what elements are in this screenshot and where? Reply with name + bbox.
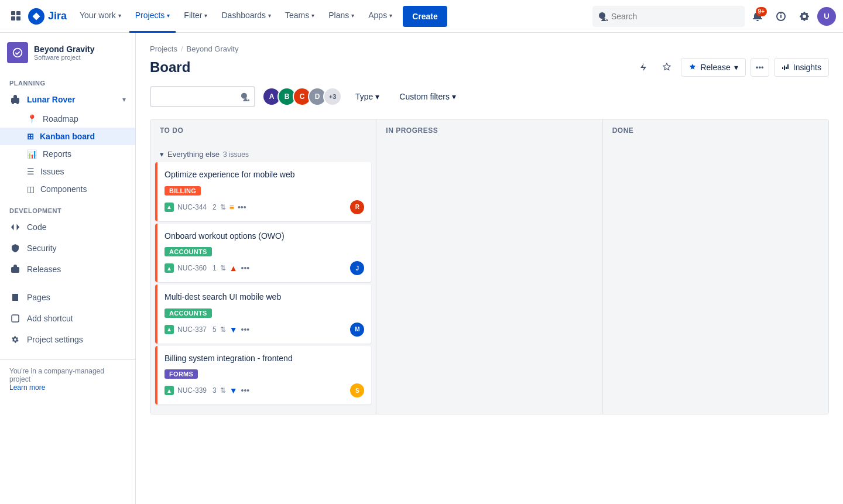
issue-type-icon: ▲ [165,263,174,273]
nav-plans[interactable]: Plans ▾ [323,0,360,33]
project-info: Beyond Gravity Software project [34,44,128,61]
release-button[interactable]: Release ▾ [681,58,745,77]
lunar-rover-label: Lunar Rover [27,95,75,104]
nav-your-work[interactable]: Your work ▾ [74,0,127,33]
sidebar-item-lunar-rover[interactable]: Lunar Rover ▾ [0,89,135,110]
nav-dashboards[interactable]: Dashboards ▾ [215,0,277,33]
reports-icon: 📊 [27,149,37,159]
issue-card-nuc-360[interactable]: Onboard workout options (OWO) ACCOUNTS ▲… [155,224,371,283]
column-todo-body: ▾ Everything else 3 issues Optimize expe… [150,142,376,414]
issue-title: Onboard workout options (OWO) [165,231,364,242]
insights-button[interactable]: Insights [774,58,829,77]
issue-tag: ACCOUNTS [165,247,212,256]
issue-footer: ▲ NUC-339 3 ⇅ ▼ ••• S [165,383,364,397]
sidebar-item-pages[interactable]: Pages [0,287,135,308]
issue-key: NUC-344 [177,203,207,211]
board-title: Board [150,59,190,76]
help-button[interactable] [770,6,791,27]
sidebar-item-reports[interactable]: 📊 Reports [0,145,135,163]
top-navigation: Jira Your work ▾ Projects ▾ Filter ▾ Das… [0,0,843,33]
breadcrumb-project-name[interactable]: Beyond Gravity [187,44,239,53]
user-avatar[interactable]: U [817,7,836,26]
epic-name: Everything else [167,150,220,159]
custom-filters-button[interactable]: Custom filters ▾ [393,86,462,107]
issue-avatar: S [350,383,364,397]
issue-card-nuc-337[interactable]: Multi-dest search UI mobile web ACCOUNTS… [155,284,371,344]
board-filters: A B C D +3 Type ▾ Custom filters ▾ [150,86,829,107]
column-todo: TO DO ▾ Everything else 3 issues Optimiz… [150,119,376,414]
priority-icon: ▼ [229,386,238,395]
issue-title: Optimize experience for mobile web [165,169,364,181]
planning-label: PLANNING [0,70,135,89]
svg-rect-8 [11,267,19,273]
project-icon [7,42,28,63]
issues-icon: ☰ [27,167,35,176]
search-box[interactable] [592,6,745,27]
column-inprogress-header: IN PROGRESS [376,119,602,142]
avatar-more[interactable]: +3 [323,87,342,106]
lightning-button[interactable] [634,58,653,77]
app-layout: Beyond Gravity Software project PLANNING… [0,33,843,504]
more-actions-icon[interactable]: ••• [241,263,250,273]
release-label: Release [700,63,730,72]
code-label: Code [27,222,46,232]
sidebar-item-project-settings[interactable]: Project settings [0,329,135,350]
search-input[interactable] [611,12,739,21]
sidebar-item-issues[interactable]: ☰ Issues [0,163,135,180]
sidebar-item-releases[interactable]: Releases [0,259,135,280]
board-search[interactable] [150,86,255,107]
more-options-button[interactable]: ••• [751,58,769,77]
nav-apps[interactable]: Apps ▾ [362,0,398,33]
create-button[interactable]: Create [403,6,447,27]
issue-card-nuc-339[interactable]: Billing system integration - frontend FO… [155,346,371,405]
issue-title: Billing system integration - frontend [165,353,364,365]
child-count: 5 [213,325,217,334]
sidebar-project-header[interactable]: Beyond Gravity Software project [0,33,135,70]
epic-chevron-icon: ▾ [160,150,164,159]
assignee-filter[interactable]: A B C D +3 [262,87,342,106]
child-count: 1 [213,264,217,272]
epic-header[interactable]: ▾ Everything else 3 issues [155,146,371,162]
nav-filter[interactable]: Filter ▾ [178,0,213,33]
more-actions-icon[interactable]: ••• [241,386,250,395]
board-columns: TO DO ▾ Everything else 3 issues Optimiz… [150,119,829,414]
add-shortcut-icon [9,313,21,324]
sidebar: Beyond Gravity Software project PLANNING… [0,33,136,504]
development-label: DEVELOPMENT [0,198,135,217]
type-filter-button[interactable]: Type ▾ [349,86,386,107]
board-search-input[interactable] [156,92,241,101]
column-done-header: DONE [603,119,828,142]
sidebar-item-add-shortcut[interactable]: Add shortcut [0,308,135,329]
nav-teams[interactable]: Teams ▾ [279,0,320,33]
issue-type-icon: ▲ [165,386,174,395]
sidebar-item-components[interactable]: ◫ Components [0,180,135,198]
lunar-rover-icon [9,94,21,105]
jira-logo[interactable]: Jira [28,8,67,25]
svg-rect-1 [11,16,15,20]
notifications-button[interactable]: 9+ [747,6,768,27]
issue-footer: ▲ NUC-337 5 ⇅ ▼ ••• M [165,323,364,337]
issue-avatar: J [350,261,364,275]
issue-card-nuc-344[interactable]: Optimize experience for mobile web BILLI… [155,162,371,221]
child-count: 3 [213,386,217,395]
sidebar-item-kanban[interactable]: ⊞ Kanban board [0,128,135,145]
more-actions-icon[interactable]: ••• [238,203,246,212]
svg-rect-2 [16,11,20,15]
svg-point-7 [16,102,19,104]
breadcrumb-projects[interactable]: Projects [150,44,177,53]
issue-tag: BILLING [165,186,201,196]
code-icon [9,221,21,233]
sidebar-item-code[interactable]: Code [0,217,135,238]
issue-avatar: R [350,200,364,214]
nav-projects[interactable]: Projects ▾ [129,0,176,33]
security-label: Security [27,244,57,253]
svg-rect-0 [11,11,15,15]
sidebar-item-roadmap[interactable]: 📍 Roadmap [0,110,135,128]
more-actions-icon[interactable]: ••• [241,325,250,334]
sidebar-item-security[interactable]: Security [0,238,135,259]
apps-grid-button[interactable] [7,7,26,26]
settings-button[interactable] [794,6,815,27]
star-button[interactable] [657,58,676,77]
learn-more-link[interactable]: Learn more [9,383,45,392]
project-settings-label: Project settings [27,335,83,344]
